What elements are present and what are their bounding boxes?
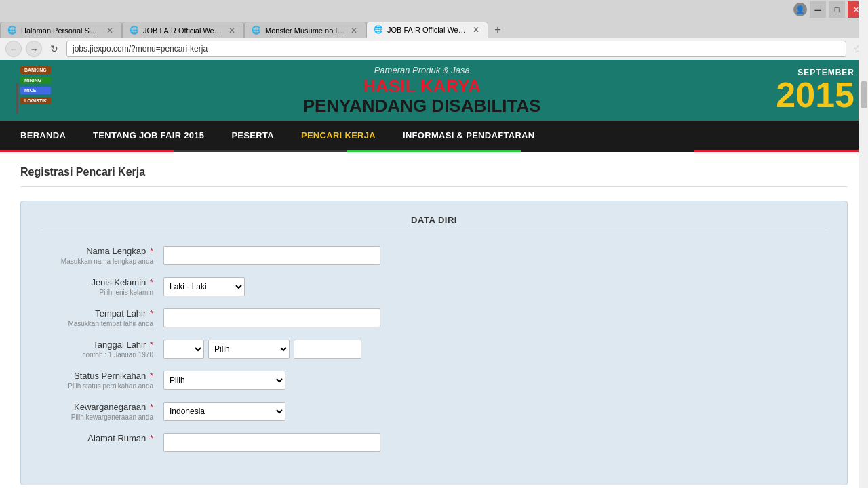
bar-seg5	[694, 150, 868, 152]
maximize-button[interactable]: □	[829, 1, 845, 18]
label-group-tempat: Tempat Lahir * Masukkan tempat lahir and…	[41, 308, 163, 327]
header-title-black: PENYANDANG DISABILITAS	[81, 96, 762, 116]
label-nama: Nama Lengkap *	[86, 246, 153, 256]
sign-mining: MINING	[20, 77, 51, 84]
label-tanggal: Tanggal Lahir *	[93, 340, 153, 350]
control-tanggal: 12345 678910 1112131415 1617181920 21222…	[163, 340, 827, 359]
hint-nama: Masukkan nama lengkap anda	[41, 258, 153, 265]
input-alamat[interactable]	[163, 433, 380, 452]
label-kewarga-text: Kewarganegaraan	[74, 402, 146, 412]
form-group-alamat: Alamat Rumah *	[41, 433, 827, 452]
label-group-alamat: Alamat Rumah *	[41, 433, 163, 443]
label-group-tanggal: Tanggal Lahir * contoh : 1 Januari 1970	[41, 340, 163, 359]
select-status[interactable]: Pilih Belum Menikah Menikah Cerai	[163, 371, 285, 390]
form-group-kewarga: Kewarganegaraan * Pilih kewarganeraaan a…	[41, 402, 827, 421]
nav-beranda[interactable]: BERANDA	[7, 121, 79, 150]
tab-halaman-personal[interactable]: 🌐 Halaman Personal Saya ✕	[0, 22, 122, 38]
tab-label-1: Halaman Personal Saya	[21, 26, 101, 35]
label-group-nama: Nama Lengkap * Masukkan nama lengkap and…	[41, 246, 163, 265]
tab-favicon-2: 🌐	[130, 26, 139, 35]
header-right: SEPTEMBER 2015	[776, 68, 854, 113]
required-mark-kelamin: *	[150, 277, 153, 287]
nav-peserta[interactable]: PESERTA	[218, 121, 288, 150]
required-mark-status: *	[150, 371, 153, 381]
signpost-pole	[16, 83, 18, 114]
nav-underline-bar	[0, 150, 868, 152]
header-logo: BANKING MINING MICE LOGISTIK	[14, 66, 68, 114]
bar-seg2	[174, 150, 347, 152]
select-month[interactable]: Pilih JanuariFebruariMaret AprilMeiJuni …	[208, 340, 290, 359]
label-kewarga: Kewarganegaraan *	[74, 402, 153, 412]
bar-seg4	[521, 150, 694, 152]
tab-jobfair-active[interactable]: 🌐 JOB FAIR Official Website ✕	[366, 22, 488, 38]
tab-close-4[interactable]: ✕	[471, 25, 481, 35]
main-navigation: BERANDA TENTANG JOB FAIR 2015 PESERTA PE…	[0, 121, 868, 150]
input-year[interactable]	[294, 340, 361, 359]
hint-kewarga: Pilih kewarganeraaan anda	[41, 413, 153, 421]
required-mark-nama: *	[150, 246, 153, 256]
label-nama-text: Nama Lengkap	[86, 246, 146, 256]
site-header: BANKING MINING MICE LOGISTIK Pameran Pro…	[0, 60, 868, 121]
select-day[interactable]: 12345 678910 1112131415 1617181920 21222…	[163, 340, 204, 359]
label-kelamin-text: Jenis Kelamin	[91, 277, 146, 287]
scrollbar-thumb[interactable]	[861, 81, 867, 108]
label-alamat: Alamat Rumah *	[87, 433, 153, 443]
date-combo: 12345 678910 1112131415 1617181920 21222…	[163, 340, 827, 359]
new-tab-button[interactable]: +	[488, 22, 507, 38]
control-kelamin: Laki - Laki Perempuan	[163, 277, 827, 296]
profile-icon[interactable]: 👤	[793, 3, 807, 16]
required-mark-tempat: *	[150, 308, 153, 319]
tab-monster[interactable]: 🌐 Monster Musume no Iru ... ✕	[244, 22, 366, 38]
control-nama	[163, 246, 827, 265]
form-section-title: DATA DIRI	[41, 215, 827, 232]
form-group-nama: Nama Lengkap * Masukkan nama lengkap and…	[41, 246, 827, 265]
input-tempat[interactable]	[163, 308, 380, 327]
address-bar[interactable]: jobs.jiexpo.com/?menu=pencari-kerja	[66, 41, 846, 57]
label-kelamin: Jenis Kelamin *	[91, 277, 153, 287]
label-group-kewarga: Kewarganegaraan * Pilih kewarganeraaan a…	[41, 402, 163, 421]
back-button[interactable]: ←	[5, 41, 22, 57]
control-kewarga: Indonesia Lainnya	[163, 402, 827, 421]
sign-logistik: LOGISTIK	[20, 97, 51, 104]
label-group-status: Status Pernikahan * Pilih status pernika…	[41, 371, 163, 390]
tab-close-2[interactable]: ✕	[227, 26, 237, 35]
bar-seg3	[347, 150, 521, 152]
control-tempat	[163, 308, 827, 327]
control-status: Pilih Belum Menikah Menikah Cerai	[163, 371, 827, 390]
required-mark-alamat: *	[150, 433, 153, 443]
sign-banking: BANKING	[20, 66, 51, 74]
refresh-button[interactable]: ↻	[46, 41, 62, 57]
label-status-text: Status Pernikahan	[74, 371, 146, 381]
select-kelamin[interactable]: Laki - Laki Perempuan	[163, 277, 245, 296]
tab-favicon-1: 🌐	[7, 26, 17, 35]
label-group-kelamin: Jenis Kelamin * Pilih jenis kelamin	[41, 277, 163, 296]
browser-top-bar: 👤 ─ □ ✕	[0, 0, 868, 19]
control-alamat	[163, 433, 827, 452]
nav-tentang[interactable]: TENTANG JOB FAIR 2015	[79, 121, 218, 150]
address-text: jobs.jiexpo.com/?menu=pencari-kerja	[73, 44, 208, 54]
hint-tanggal: contoh : 1 Januari 1970	[41, 351, 153, 359]
tab-bar: 🌐 Halaman Personal Saya ✕ 🌐 JOB FAIR Off…	[0, 19, 868, 38]
tab-close-1[interactable]: ✕	[105, 26, 115, 35]
forward-button[interactable]: →	[26, 41, 42, 57]
tab-jobfair-2[interactable]: 🌐 JOB FAIR Official Website ✕	[122, 22, 244, 38]
form-group-tempat: Tempat Lahir * Masukkan tempat lahir and…	[41, 308, 827, 327]
input-nama[interactable]	[163, 246, 380, 265]
tab-label-2: JOB FAIR Official Website	[143, 26, 223, 35]
tab-label-3: Monster Musume no Iru ...	[265, 26, 345, 35]
header-year: 2015	[776, 77, 854, 113]
minimize-button[interactable]: ─	[810, 1, 826, 18]
hint-status: Pilih status pernikahan anda	[41, 382, 153, 390]
required-mark-kewarga: *	[150, 402, 153, 412]
label-tanggal-text: Tanggal Lahir	[93, 340, 146, 350]
select-kewarga[interactable]: Indonesia Lainnya	[163, 402, 285, 421]
nav-informasi[interactable]: INFORMASI & PENDAFTARAN	[389, 121, 548, 150]
address-bar-row: ← → ↻ jobs.jiexpo.com/?menu=pencari-kerj…	[0, 38, 868, 60]
label-alamat-text: Alamat Rumah	[87, 433, 146, 443]
label-tempat-text: Tempat Lahir	[95, 308, 146, 319]
nav-pencari-kerja[interactable]: PENCARI KERJA	[288, 121, 389, 150]
tab-label-4: JOB FAIR Official Website	[387, 26, 467, 34]
header-center: Pameran Produk & Jasa HASIL KARYA PENYAN…	[81, 65, 762, 115]
tab-close-3[interactable]: ✕	[349, 26, 359, 35]
scrollbar-track	[859, 0, 868, 488]
